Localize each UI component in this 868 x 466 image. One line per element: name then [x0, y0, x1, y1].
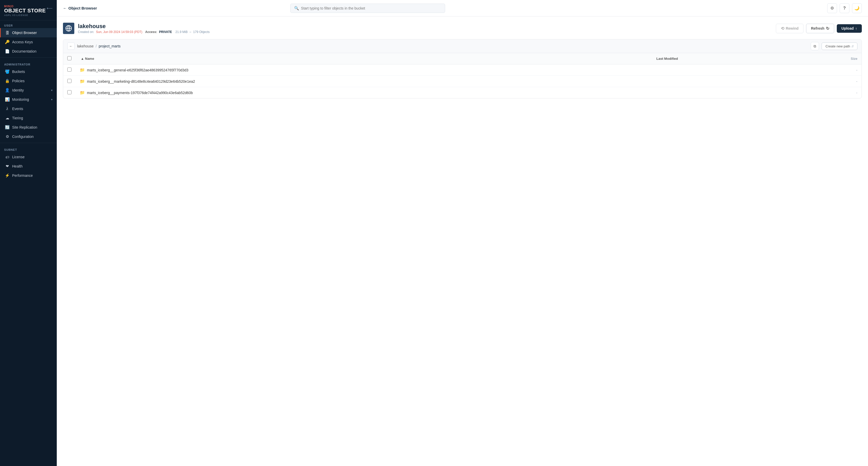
help-button[interactable]: ?	[840, 3, 849, 13]
sidebar-item-configuration[interactable]: ⚙ Configuration	[0, 132, 57, 141]
brand-name: MIN|O	[4, 5, 53, 8]
configuration-icon: ⚙	[5, 134, 9, 139]
license-label: AGPL V3 LICENSE	[4, 14, 53, 16]
filebrowser-back-button[interactable]: ←	[67, 42, 74, 50]
upload-label: Upload	[841, 26, 854, 30]
sidebar-item-label: Monitoring	[12, 97, 49, 102]
sidebar-item-health[interactable]: ❤ Health	[0, 162, 57, 171]
sidebar-item-documentation[interactable]: 📄 Documentation	[0, 47, 57, 56]
table-row: 📁 marts_iceberg__marketing-d8148e8c4ea64…	[63, 76, 862, 87]
sidebar-item-object-browser[interactable]: 🗄 Object Browser	[0, 28, 57, 37]
access-label: Access:	[145, 30, 157, 34]
copy-path-button[interactable]: ⧉	[811, 42, 819, 50]
table-row: 📁 marts_iceberg__general-e625f36f62ae486…	[63, 64, 862, 76]
name-column-header[interactable]: ▲ Name	[75, 53, 652, 64]
row-name-cell: 📁 marts_iceberg__marketing-d8148e8c4ea64…	[75, 76, 652, 87]
sidebar-item-events[interactable]: λ Events	[0, 104, 57, 113]
row-checkbox[interactable]	[67, 79, 71, 83]
upload-button[interactable]: Upload ↑	[837, 24, 862, 33]
access-value: PRIVATE	[159, 30, 172, 34]
created-date: Sun, Jun 09 2024 14:59:03 (PDT)	[96, 30, 142, 34]
performance-icon: ⚡	[5, 173, 9, 178]
sidebar-item-label: Access Keys	[12, 40, 53, 44]
search-input[interactable]	[301, 6, 441, 10]
folder-name-text[interactable]: marts_iceberg__payments-197f376de74f442a…	[87, 91, 193, 95]
license-icon: 🏷	[5, 155, 9, 159]
theme-button[interactable]: 🌙	[852, 3, 862, 13]
object-browser-icon: 🗄	[5, 30, 9, 35]
row-checkbox[interactable]	[67, 68, 71, 72]
refresh-button[interactable]: Refresh ↻	[806, 24, 834, 33]
bucket-info: lakehouse Created on: Sun, Jun 09 2024 1…	[63, 23, 210, 34]
breadcrumb-folder: project_marts	[99, 44, 121, 48]
sidebar-item-label: Tiering	[12, 116, 53, 120]
bucket-icon	[63, 23, 74, 34]
create-new-path-button[interactable]: Create new path //	[822, 42, 858, 50]
table-row: 📁 marts_iceberg__payments-197f376de74f44…	[63, 87, 862, 98]
row-name-cell: 📁 marts_iceberg__general-e625f36f62ae486…	[75, 64, 652, 76]
folder-name-container: 📁 marts_iceberg__general-e625f36f62ae486…	[80, 68, 648, 72]
back-arrow-icon: ←	[63, 6, 67, 10]
topbar-back-label: Object Browser	[68, 6, 97, 10]
refresh-label: Refresh	[811, 26, 825, 30]
sidebar-item-tiering[interactable]: ☁ Tiering	[0, 113, 57, 123]
copy-icon: ⧉	[813, 44, 816, 48]
topbar: ← Object Browser 🔍 ⚙ ? 🌙	[57, 0, 868, 16]
sidebar-item-monitoring[interactable]: 📊 Monitoring ▾	[0, 95, 57, 104]
rewind-button[interactable]: ⟲ Rewind	[776, 24, 804, 33]
breadcrumb-separator: /	[96, 44, 98, 48]
gear-icon: ⚙	[830, 6, 834, 10]
moon-icon: 🌙	[854, 6, 860, 10]
subnet-section-label: Subnet	[0, 144, 57, 152]
folder-name-text[interactable]: marts_iceberg__general-e625f36f62ae48639…	[87, 68, 188, 72]
sidebar-item-policies[interactable]: 🔒 Policies	[0, 76, 57, 86]
row-name-cell: 📁 marts_iceberg__payments-197f376de74f44…	[75, 87, 652, 98]
chevron-down-icon: ▾	[51, 98, 53, 101]
sidebar-item-label: Object Browser	[12, 31, 53, 35]
folder-name-text[interactable]: marts_iceberg__marketing-d8148e8c4ea6401…	[87, 79, 195, 84]
topbar-actions: ⚙ ? 🌙	[827, 3, 862, 13]
collapse-sidebar-button[interactable]: ⟵	[47, 6, 53, 10]
rewind-icon: ⟲	[781, 26, 784, 31]
question-icon: ?	[843, 6, 846, 10]
tiering-icon: ☁	[5, 116, 9, 120]
bucket-name: lakehouse	[78, 23, 210, 30]
row-checkbox-cell	[63, 64, 75, 76]
upload-icon: ↑	[855, 26, 858, 31]
sort-up-icon: ▲	[81, 57, 84, 61]
buckets-icon: 🪣	[5, 69, 9, 74]
sidebar-logo: ⟵ MIN|O OBJECT STORE AGPL V3 LICENSE	[0, 0, 57, 20]
main-content: lakehouse Created on: Sun, Jun 09 2024 1…	[57, 16, 868, 466]
sidebar-item-label: Events	[12, 107, 53, 111]
select-all-col	[63, 53, 75, 64]
row-modified-cell	[652, 87, 792, 98]
breadcrumb-root: lakehouse	[77, 44, 94, 48]
folder-icon: 📁	[80, 68, 85, 72]
row-checkbox[interactable]	[67, 90, 71, 94]
events-icon: λ	[5, 106, 9, 111]
sidebar-item-license[interactable]: 🏷 License	[0, 152, 57, 162]
name-col-label: Name	[85, 57, 94, 61]
sidebar-item-identity[interactable]: 👤 Identity ▾	[0, 86, 57, 95]
settings-button[interactable]: ⚙	[827, 3, 837, 13]
select-all-checkbox[interactable]	[67, 56, 71, 60]
identity-icon: 👤	[5, 88, 9, 93]
row-size-cell: -	[792, 87, 862, 98]
size-column-header: Size	[792, 53, 862, 64]
refresh-icon: ↻	[826, 26, 829, 31]
row-checkbox-cell	[63, 87, 75, 98]
sidebar-item-access-keys[interactable]: 🔑 Access Keys	[0, 37, 57, 47]
file-table: ▲ Name Last Modified Size	[63, 53, 862, 98]
monitoring-icon: 📊	[5, 97, 9, 102]
sidebar: ⟵ MIN|O OBJECT STORE AGPL V3 LICENSE Use…	[0, 0, 57, 466]
topbar-back-button[interactable]: ← Object Browser	[63, 6, 97, 10]
access-keys-icon: 🔑	[5, 40, 9, 44]
file-browser: ← lakehouse / project_marts ⧉ Create new…	[63, 39, 862, 98]
breadcrumb: lakehouse / project_marts	[77, 44, 808, 48]
row-checkbox-cell	[63, 76, 75, 87]
sidebar-item-site-replication[interactable]: 🔄 Site Replication	[0, 123, 57, 132]
sidebar-item-buckets[interactable]: 🪣 Buckets	[0, 67, 57, 76]
topbar-search-box[interactable]: 🔍	[290, 4, 445, 13]
sidebar-item-label: Health	[12, 164, 53, 168]
sidebar-item-performance[interactable]: ⚡ Performance	[0, 171, 57, 180]
